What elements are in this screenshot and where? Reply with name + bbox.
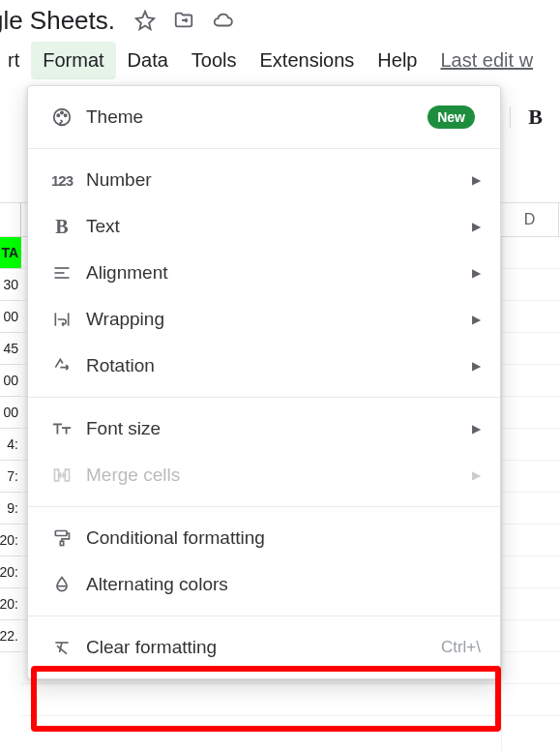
column-header-d[interactable]: D (501, 203, 559, 236)
chevron-right-icon: ▶ (472, 220, 481, 233)
menu-separator (28, 616, 500, 616)
menu-item-label: Font size (86, 418, 472, 439)
menu-item-conditional-formatting[interactable]: Conditional formatting (28, 515, 500, 561)
last-edit-link[interactable]: Last edit w (441, 49, 534, 72)
menu-separator (28, 397, 500, 398)
svg-point-1 (57, 114, 59, 116)
chevron-right-icon: ▶ (472, 266, 481, 280)
menu-item-theme[interactable]: Theme New (28, 94, 500, 140)
row-frag: TA (0, 237, 21, 269)
palette-icon (47, 106, 76, 128)
row-frag: 9: (0, 493, 21, 525)
star-icon[interactable] (134, 10, 156, 31)
cloud-status-icon[interactable] (212, 10, 233, 31)
menu-item-wrapping[interactable]: Wrapping ▶ (28, 296, 500, 343)
chevron-right-icon: ▶ (472, 313, 481, 326)
menu-tools[interactable]: Tools (180, 42, 249, 79)
droplet-icon (47, 575, 76, 594)
menu-item-label: Text (86, 216, 472, 237)
number-icon: 123 (47, 172, 76, 189)
row-frag: 00 (0, 397, 21, 429)
row-frag: 00 (0, 365, 21, 397)
document-title[interactable]: oogle Sheets. (0, 6, 115, 36)
menu-item-label: Wrapping (86, 309, 472, 330)
menu-item-label: Number (86, 169, 472, 191)
menu-help[interactable]: Help (366, 42, 428, 79)
row-frag: 22. (0, 620, 21, 652)
menu-item-rotation[interactable]: Rotation ▶ (28, 343, 500, 389)
menu-item-label: Rotation (86, 355, 472, 376)
toolbar-separator (510, 106, 511, 128)
new-badge: New (427, 105, 475, 129)
menu-data[interactable]: Data (116, 42, 180, 79)
chevron-right-icon: ▶ (472, 422, 481, 436)
row-frag: 7: (0, 461, 21, 493)
menu-item-font-size[interactable]: Font size ▶ (28, 406, 500, 452)
menu-item-merge-cells: Merge cells ▶ (28, 452, 500, 498)
wrap-icon (47, 310, 76, 329)
row-frag: 20: (0, 556, 21, 588)
menu-separator (28, 506, 500, 507)
row-frag: 20: (0, 588, 21, 620)
menu-item-alignment[interactable]: Alignment ▶ (28, 250, 500, 296)
menu-item-label: Alignment (86, 262, 472, 284)
move-icon[interactable] (173, 10, 194, 31)
menu-separator (28, 148, 500, 149)
menu-insert-partial[interactable]: rt (0, 42, 31, 79)
menu-extensions[interactable]: Extensions (249, 42, 367, 79)
row-frag: 30 (0, 269, 21, 301)
menu-item-label: Theme (86, 106, 427, 128)
menu-bar: rt Format Data Tools Extensions Help Las… (0, 39, 560, 81)
menu-item-label: Merge cells (86, 465, 472, 486)
align-icon (47, 263, 76, 283)
bold-button[interactable]: B (528, 105, 543, 130)
chevron-right-icon: ▶ (472, 173, 481, 187)
paint-roller-icon (47, 528, 76, 548)
merge-icon (47, 466, 76, 485)
svg-line-17 (57, 646, 67, 653)
menu-item-clear-formatting[interactable]: Clear formatting Ctrl+\ (28, 624, 500, 671)
row-frag: 45 (0, 333, 21, 365)
menu-format[interactable]: Format (31, 42, 115, 79)
row-frag: 4: (0, 429, 21, 461)
bold-icon: B (47, 216, 76, 238)
menu-item-number[interactable]: 123 Number ▶ (28, 157, 500, 203)
svg-rect-13 (55, 531, 67, 536)
menu-item-label: Alternating colors (86, 574, 481, 595)
svg-point-3 (65, 114, 67, 116)
menu-item-text[interactable]: B Text ▶ (28, 203, 500, 250)
format-menu-dropdown: Theme New 123 Number ▶ B Text ▶ Alignmen… (27, 85, 501, 679)
row-header-fragments: TA 30 00 45 00 00 4: 7: 9: 20: 20: 20: 2… (0, 237, 21, 652)
chevron-right-icon: ▶ (472, 468, 481, 482)
rotation-icon (47, 356, 76, 376)
svg-point-2 (61, 111, 63, 113)
chevron-right-icon: ▶ (472, 359, 481, 373)
clear-format-icon (47, 638, 76, 657)
font-size-icon (47, 418, 76, 439)
keyboard-shortcut: Ctrl+\ (441, 638, 481, 657)
menu-item-alternating-colors[interactable]: Alternating colors (28, 561, 500, 608)
row-frag: 00 (0, 301, 21, 333)
svg-rect-14 (60, 541, 63, 545)
menu-item-label: Clear formatting (86, 637, 441, 658)
row-frag: 20: (0, 525, 21, 556)
menu-item-label: Conditional formatting (86, 527, 481, 549)
